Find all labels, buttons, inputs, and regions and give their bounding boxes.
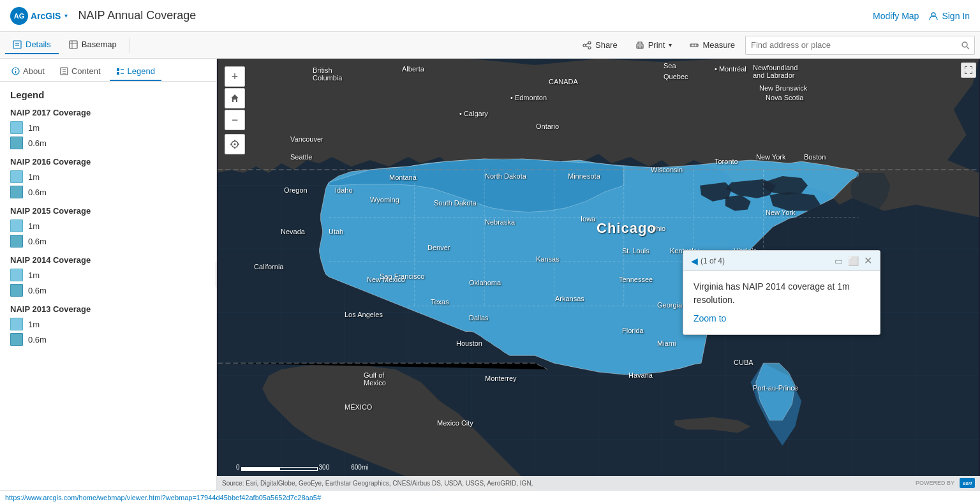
arcgis-dropdown-icon[interactable]: ▾ — [64, 12, 68, 19]
measure-icon — [690, 41, 699, 50]
scale-bar: 0 300 600mi — [236, 464, 369, 471]
legend-group-2016: NAIP 2016 Coverage — [10, 157, 206, 167]
popup-header: ◀ (1 of 4) ▭ ⬜ ✕ — [683, 251, 880, 271]
attribution-text: Source: Esri, DigitalGlobe, GeoEye, Eart… — [222, 480, 533, 487]
status-bar: https://www.arcgis.com/home/webmap/viewe… — [0, 490, 980, 504]
svg-point-7 — [588, 47, 591, 49]
toolbar-separator — [130, 38, 130, 53]
share-button[interactable]: Share — [575, 36, 625, 54]
search-input[interactable] — [746, 40, 956, 50]
sidebar-tab-content[interactable]: Content — [54, 63, 107, 81]
fullscreen-button[interactable] — [961, 63, 976, 78]
map-controls: + − — [225, 66, 245, 154]
popup-description: Virginia has NAIP 2014 coverage at 1m re… — [694, 281, 850, 305]
scale-segment — [279, 467, 318, 471]
zoom-in-button[interactable]: + — [225, 66, 245, 87]
legend-label-06m: 0.6m — [28, 138, 47, 148]
share-icon — [583, 41, 591, 50]
attribution-bar: Source: Esri, DigitalGlobe, GeoEye, Eart… — [217, 476, 980, 490]
status-url: https://www.arcgis.com/home/webmap/viewe… — [5, 494, 321, 501]
sidebar: About Content Legend ◀ Legend NAIP 2017 … — [0, 59, 217, 490]
tab-basemap[interactable]: Basemap — [61, 36, 124, 54]
sign-in-label: Sign In — [942, 11, 970, 21]
legend-item: 0.6m — [10, 137, 206, 149]
legend-swatch-1m — [10, 219, 23, 232]
legend-item: 0.6m — [10, 235, 206, 248]
legend-swatch-06m — [10, 137, 23, 149]
arcgis-label: ArcGIS — [31, 11, 61, 21]
legend-label-06m: 0.6m — [28, 335, 47, 345]
popup-zoom-link[interactable]: Zoom to — [694, 312, 726, 325]
search-icon — [961, 41, 970, 50]
print-label: Print — [648, 40, 665, 50]
legend-label-06m: 0.6m — [28, 188, 47, 197]
app-title: NAIP Annual Coverage — [78, 9, 196, 22]
popup-expand-button[interactable]: ⬜ — [845, 256, 861, 266]
location-icon — [230, 139, 240, 149]
print-button[interactable]: Print ▾ — [628, 36, 680, 54]
legend-item: 1m — [10, 121, 206, 134]
search-button[interactable] — [956, 36, 974, 55]
sidebar-tabs: About Content Legend — [0, 59, 216, 82]
content-icon — [60, 67, 68, 75]
zoom-out-button[interactable]: − — [225, 110, 245, 130]
legend-swatch-06m — [10, 284, 23, 297]
esri-logo: POWERED BY esri — [916, 478, 975, 488]
scale-line: 0 300 600mi — [236, 464, 369, 471]
legend-item: 0.6m — [10, 186, 206, 198]
details-tab-label: Details — [26, 40, 51, 49]
sidebar-tab-about[interactable]: About — [5, 63, 51, 81]
svg-rect-27 — [117, 72, 119, 75]
legend-label-06m: 0.6m — [28, 237, 47, 246]
home-button[interactable] — [225, 88, 245, 108]
about-tab-label: About — [23, 66, 45, 76]
top-bar: AG ArcGIS ▾ NAIP Annual Coverage Modify … — [0, 0, 980, 32]
svg-rect-4 — [70, 41, 77, 48]
scale-segment — [241, 467, 279, 471]
popup-close-button[interactable]: ✕ — [861, 255, 875, 267]
print-dropdown-icon: ▾ — [669, 41, 672, 48]
esri-logo-mark: esri — [960, 478, 975, 488]
modify-map-button[interactable]: Modify Map — [873, 11, 919, 21]
legend-label-1m: 1m — [28, 221, 40, 231]
sidebar-tab-legend[interactable]: Legend — [110, 63, 161, 81]
user-icon — [929, 11, 938, 20]
arcgis-logo[interactable]: AG ArcGIS ▾ — [10, 7, 68, 25]
popup-prev-button[interactable]: ◀ — [688, 256, 701, 266]
measure-button[interactable]: Measure — [682, 36, 743, 54]
legend-swatch-1m — [10, 269, 23, 281]
search-container — [745, 36, 975, 55]
svg-point-57 — [234, 144, 236, 145]
svg-rect-11 — [638, 46, 642, 48]
measure-label: Measure — [702, 40, 735, 50]
popup-restore-button[interactable]: ▭ — [832, 256, 845, 266]
svg-point-16 — [962, 42, 967, 47]
legend-group-2015: NAIP 2015 Coverage — [10, 206, 206, 216]
basemap-icon — [69, 40, 78, 49]
map-container[interactable]: BritishColumbia Alberta CANADA • Edmonto… — [217, 59, 980, 490]
legend-swatch-1m — [10, 170, 23, 183]
legend-title: Legend — [10, 89, 206, 100]
legend-group-2017: NAIP 2017 Coverage — [10, 108, 206, 117]
legend-tab-label: Legend — [128, 66, 155, 76]
legend-item: 1m — [10, 219, 206, 232]
svg-rect-25 — [117, 68, 119, 71]
legend-swatch-06m — [10, 333, 23, 346]
about-icon — [11, 67, 20, 75]
legend-group-2014: NAIP 2014 Coverage — [10, 255, 206, 265]
toolbar-right: Share Print ▾ Measure — [575, 36, 975, 55]
location-button[interactable] — [225, 134, 245, 154]
print-icon — [635, 41, 644, 50]
svg-line-17 — [967, 47, 970, 49]
popup-body: Virginia has NAIP 2014 coverage at 1m re… — [683, 271, 880, 334]
legend-group-2013: NAIP 2013 Coverage — [10, 304, 206, 314]
top-right-actions: Modify Map Sign In — [873, 11, 970, 21]
share-label: Share — [595, 40, 618, 50]
svg-line-8 — [586, 43, 588, 45]
tab-details[interactable]: Details — [5, 36, 59, 54]
legend-item: 0.6m — [10, 333, 206, 346]
sign-in-button[interactable]: Sign In — [929, 11, 970, 21]
legend-label-1m: 1m — [28, 123, 40, 133]
svg-point-20 — [15, 69, 17, 70]
content-tab-label: Content — [71, 66, 101, 76]
